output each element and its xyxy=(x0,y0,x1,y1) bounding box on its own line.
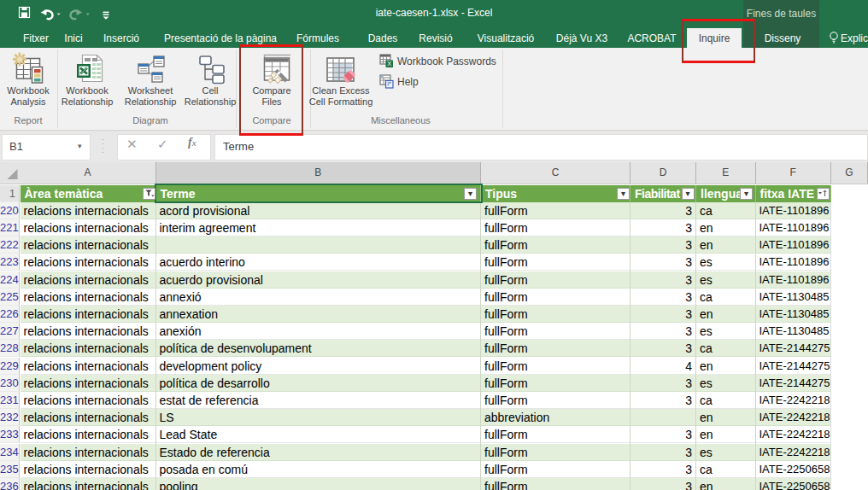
svg-text:X: X xyxy=(387,60,391,67)
